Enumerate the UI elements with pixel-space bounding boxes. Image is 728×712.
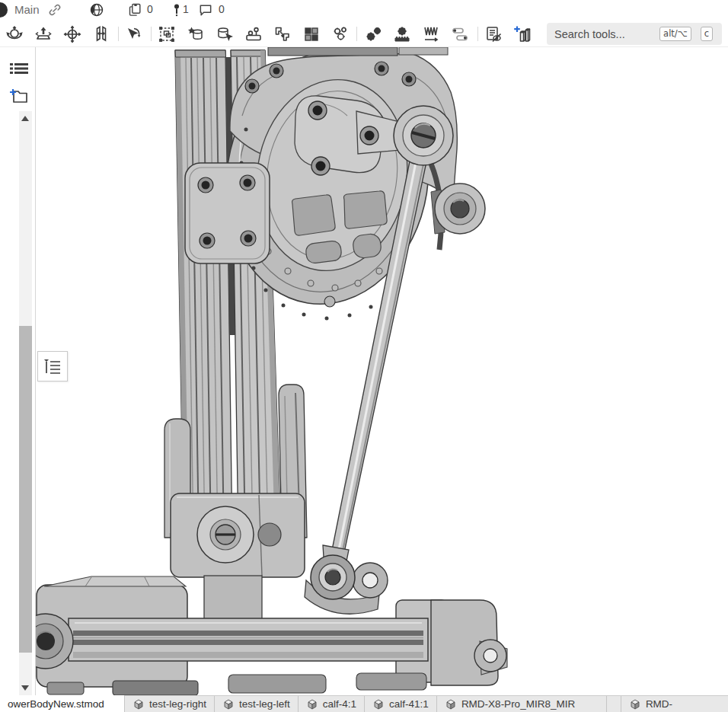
tab-label: test-leg-right [149,698,206,710]
app-logo-icon[interactable] [0,2,8,18]
tool-search-input[interactable] [554,23,642,45]
free-drag-button[interactable] [121,23,147,45]
branch-name[interactable]: Main [14,3,40,16]
part-cube-icon [372,698,385,710]
tab-lowerbody[interactable]: owerBodyNew.stmod [0,695,125,712]
comment-icon[interactable] [198,2,213,18]
tab-label: test-leg-left [239,698,290,710]
robot-leg-model [36,47,728,695]
edit-in-context-button[interactable] [241,23,267,45]
model-foot-assembly [36,576,507,695]
move-part-button[interactable] [30,23,56,45]
top-bar: Main 0 1 0 [0,0,728,21]
structure-tree-icon [43,358,62,375]
comments-count: 0 [219,3,225,15]
shortcut-badge-c: c [701,27,713,41]
tab-label: RMD- [646,698,672,710]
onshape-app-window: Main 0 1 0 [0,0,728,712]
tab-rmd-2[interactable]: RMD- [621,696,728,712]
select-part-button[interactable] [212,23,238,45]
insert-button[interactable] [183,23,209,45]
align-view-button[interactable] [88,23,114,45]
scrollbar-thumb[interactable] [19,326,32,653]
viewport-scrollbar[interactable] [19,111,32,695]
add-folder-button[interactable] [8,87,29,105]
part-cube-icon [445,698,457,710]
part-cube-icon [222,698,235,710]
gear-group-button[interactable] [327,23,353,45]
shortcut-badge-alt: alt/⌥ [659,27,691,41]
box-select-button[interactable] [154,23,180,45]
main-area [0,47,728,695]
left-sidebar [0,47,36,695]
tab-calf-4[interactable]: calf-4:1 [299,696,365,712]
instance-list-button[interactable] [8,61,29,79]
toolbar-separator [477,27,478,41]
toolbar-separator [118,27,119,41]
add-folder-icon [9,88,29,104]
tab-bar-spacer [607,696,621,712]
part-cube-icon [629,698,641,710]
rack-pinion-button[interactable] [389,23,415,45]
tab-label: calf-4:1 [323,698,356,710]
gear-relation-button[interactable] [361,23,387,45]
instance-list-icon [10,62,28,78]
part-cube-icon [133,698,145,710]
toolbar-separator [356,27,357,41]
orbit-view-button[interactable] [2,23,27,45]
toolbar-separator [151,27,152,41]
belt-relation-button[interactable] [447,23,473,45]
model-rail-plate [185,163,270,263]
tab-label: RMD-X8-Pro_MIR8_MIR [461,698,575,710]
tab-calf-41[interactable]: calf-41:1 [365,696,437,712]
screw-relation-button[interactable] [418,23,444,45]
bom-visibility-button[interactable] [481,23,506,45]
pan-view-button[interactable] [59,23,85,45]
tab-label: calf-41:1 [389,698,429,710]
assembly-toolbar: alt/⌥ c [0,21,728,47]
structure-tree-toggle-button[interactable] [37,351,68,382]
duplicate-button[interactable] [270,23,295,45]
tab-rmd-x8-pro[interactable]: RMD-X8-Pro_MIR8_MIR [437,696,607,712]
tab-label: owerBodyNew.stmod [8,698,104,710]
copies-count: 0 [147,3,153,15]
pattern-button[interactable] [299,23,324,45]
bom-add-button[interactable] [509,23,535,45]
scroll-down-icon[interactable] [21,685,29,691]
tool-search: alt/⌥ c [547,23,722,45]
pin-icon[interactable] [169,2,184,18]
model-knee-block [171,493,305,577]
copies-icon[interactable] [128,2,143,18]
pins-count: 1 [183,3,189,15]
part-cube-icon [306,698,318,710]
model-viewport[interactable] [36,47,728,695]
tab-test-leg-left[interactable]: test-leg-left [215,696,299,712]
document-tab-bar: owerBodyNew.stmod test-leg-right test-le… [0,695,728,712]
tab-test-leg-right[interactable]: test-leg-right [125,696,215,712]
scroll-up-icon[interactable] [21,116,29,121]
globe-icon[interactable] [89,2,104,18]
link-icon [47,2,62,18]
